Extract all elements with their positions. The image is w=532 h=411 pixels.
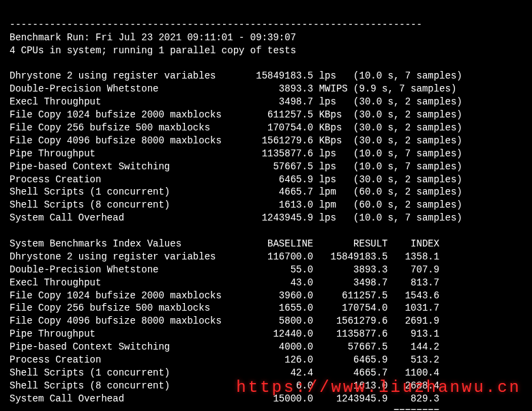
result-line: Shell Scripts (8 concurrent) 1613.0 lpm … xyxy=(10,199,462,210)
result-line: Process Creation 6465.9 lps (30.0 s, 2 s… xyxy=(10,174,462,185)
index-line: File Copy 1024 bufsize 2000 maxblocks 39… xyxy=(10,290,439,301)
benchmark-run-line: Benchmark Run: Fri Jul 23 2021 09:11:01 … xyxy=(10,32,296,43)
index-header-line: System Benchmarks Index Values BASELINE … xyxy=(10,238,439,249)
result-line: Dhrystone 2 using register variables 158… xyxy=(10,70,462,81)
result-line: Pipe Throughput 1135877.6 lps (10.0 s, 7… xyxy=(10,148,462,159)
index-line: Double-Precision Whetstone 55.0 3893.3 7… xyxy=(10,264,439,275)
result-line: Shell Scripts (1 concurrent) 4665.7 lpm … xyxy=(10,186,462,197)
index-line: Process Creation 126.0 6465.9 513.2 xyxy=(10,354,439,365)
index-line: Pipe Throughput 12440.0 1135877.6 913.1 xyxy=(10,328,439,339)
watermark-url: https://www.liuzhanwu.cn xyxy=(236,377,521,399)
index-line: File Copy 4096 bufsize 8000 maxblocks 58… xyxy=(10,315,439,326)
index-separator: ======== xyxy=(10,406,439,411)
terminal-output: ----------------------------------------… xyxy=(0,0,532,411)
index-line: Dhrystone 2 using register variables 116… xyxy=(10,251,439,262)
result-line: File Copy 4096 bufsize 8000 maxblocks 15… xyxy=(10,135,462,146)
index-line: Pipe-based Context Switching 4000.0 5766… xyxy=(10,341,439,352)
result-line: System Call Overhead 1243945.9 lps (10.0… xyxy=(10,212,462,223)
result-line: Double-Precision Whetstone 3893.3 MWIPS … xyxy=(10,83,456,94)
result-line: File Copy 1024 bufsize 2000 maxblocks 61… xyxy=(10,109,462,120)
result-line: Execl Throughput 3498.7 lps (30.0 s, 2 s… xyxy=(10,96,462,107)
separator-line: ----------------------------------------… xyxy=(10,19,422,30)
index-line: Execl Throughput 43.0 3498.7 813.7 xyxy=(10,277,439,288)
cpu-info-line: 4 CPUs in system; running 1 parallel cop… xyxy=(10,45,296,56)
result-line: File Copy 256 bufsize 500 maxblocks 1707… xyxy=(10,122,462,133)
result-line: Pipe-based Context Switching 57667.5 lps… xyxy=(10,161,462,172)
index-line: File Copy 256 bufsize 500 maxblocks 1655… xyxy=(10,302,439,313)
